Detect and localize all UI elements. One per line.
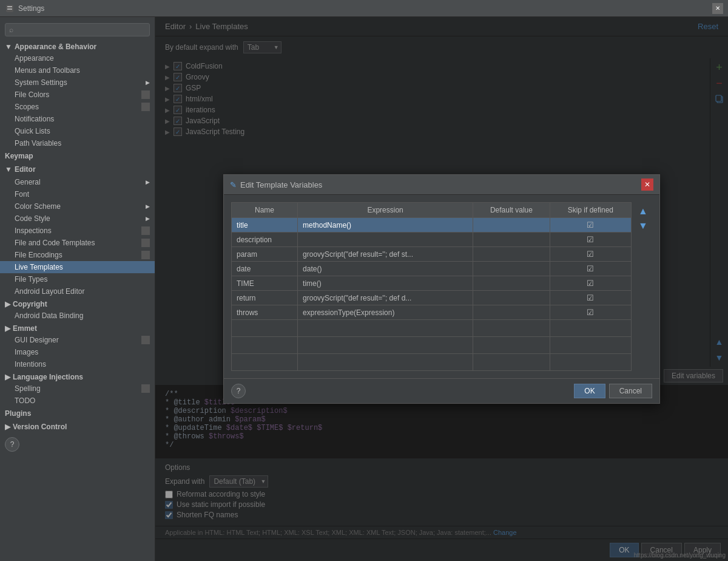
table-row-throws[interactable]: throws expressionType(Expression) ☑ [232,305,632,320]
sidebar-item-file-colors[interactable]: File Colors [0,89,155,101]
table-row-date[interactable]: date date() ☑ [232,262,632,276]
chevron-right-icon-li: ▶ [5,373,10,381]
chevron-right-icon-emmet: ▶ [5,324,10,333]
row-desc-default [473,233,550,247]
row-date-default [473,262,550,276]
modal-body: Name Expression Default value Skip if de… [224,195,659,378]
table-up-button[interactable]: ▲ [636,205,650,218]
row-time-expr: time() [298,276,473,291]
chevron-right-icon-cs: ▶ [146,203,150,209]
table-row-param[interactable]: param groovyScript("def result=''; def s… [232,247,632,262]
sidebar-item-notifications[interactable]: Notifications [0,113,155,125]
sidebar-item-font[interactable]: Font [0,188,155,200]
help-button[interactable]: ? [5,437,19,452]
row-date-expr: date() [298,262,473,276]
sidebar-group-emmet[interactable]: ▶ Emmet [0,322,155,334]
row-param-skip[interactable]: ☑ [550,247,631,262]
chevron-right-icon: ▶ [146,80,150,86]
sidebar-group-editor[interactable]: ▼ Editor [0,163,155,176]
table-row-description[interactable]: description ☑ [232,233,632,247]
row-time-name: TIME [232,276,298,291]
sidebar-item-file-types[interactable]: File Types [0,273,155,285]
sidebar-item-intentions[interactable]: Intentions [0,358,155,370]
sidebar-item-gui-designer[interactable]: GUI Designer [0,334,155,346]
sidebar-item-live-templates[interactable]: Live Templates [0,261,155,273]
table-down-button[interactable]: ▼ [636,219,650,233]
sidebar-group-appearance-behavior[interactable]: ▼ Appearance & Behavior [0,40,155,52]
modal-title: ✎ Edit Template Variables [230,180,322,189]
sidebar-group-copyright[interactable]: ▶ Copyright [0,298,155,310]
row-date-skip[interactable]: ☑ [550,262,631,276]
row-return-skip[interactable]: ☑ [550,291,631,305]
sidebar-group-version-control[interactable]: ▶ Version Control [0,420,155,432]
table-row-return[interactable]: return groovyScript("def result=''; def … [232,291,632,305]
modal-close-button[interactable]: ✕ [641,178,653,191]
row-throws-skip[interactable]: ☑ [550,305,631,320]
col-name: Name [232,203,298,218]
col-default: Default value [473,203,550,218]
modal-bottom: ? OK Cancel [224,378,659,403]
row-param-name: param [232,247,298,262]
edit-template-variables-modal: ✎ Edit Template Variables ✕ Name Express… [223,174,660,404]
row-throws-default [473,305,550,320]
row-throws-name: throws [232,305,298,320]
sidebar-item-system-settings[interactable]: System Settings▶ [0,76,155,89]
sidebar-item-menus-toolbars[interactable]: Menus and Toolbars [0,64,155,76]
fct-badge [141,239,150,247]
sidebar-group-keymap[interactable]: Keymap [0,149,155,163]
sidebar-item-android-data-binding[interactable]: Android Data Binding [0,310,155,322]
file-colors-badge [141,90,150,99]
table-row-empty-2 [232,337,632,354]
search-box[interactable]: ⌕ [5,23,150,36]
search-input[interactable] [16,25,146,34]
modal-header: ✎ Edit Template Variables ✕ [224,175,659,195]
row-return-name: return [232,291,298,305]
main-layout: ⌕ ▼ Appearance & Behavior Appearance Men… [0,17,728,561]
row-desc-skip[interactable]: ☑ [550,233,631,247]
sidebar-item-spelling[interactable]: Spelling [0,382,155,395]
row-desc-name: description [232,233,298,247]
spelling-badge [141,384,150,393]
sidebar-item-inspections[interactable]: Inspections [0,225,155,237]
sidebar-item-scopes[interactable]: Scopes [0,101,155,113]
modal-title-text: Edit Template Variables [240,180,322,189]
modal-buttons: OK Cancel [574,384,652,398]
modal-icon: ✎ [230,180,237,189]
modal-ok-button[interactable]: OK [574,384,605,398]
chevron-down-icon-editor: ▼ [5,165,12,174]
row-param-expr: groovyScript("def result=''; def st... [298,247,473,262]
row-time-skip[interactable]: ☑ [550,276,631,291]
sidebar-group-plugins[interactable]: Plugins [0,407,155,420]
chevron-down-icon: ▼ [5,42,12,51]
variables-table: Name Expression Default value Skip if de… [231,202,632,371]
sidebar-item-appearance[interactable]: Appearance [0,52,155,64]
sidebar-item-general[interactable]: General▶ [0,176,155,188]
col-expression: Expression [298,203,473,218]
modal-cancel-button[interactable]: Cancel [609,384,652,398]
sidebar-item-code-style[interactable]: Code Style▶ [0,212,155,225]
chevron-right-icon-vc: ▶ [5,423,10,431]
sidebar: ⌕ ▼ Appearance & Behavior Appearance Men… [0,17,155,561]
table-row-empty-1 [232,320,632,337]
sidebar-item-quick-lists[interactable]: Quick Lists [0,125,155,137]
row-date-name: date [232,262,298,276]
sidebar-item-path-variables[interactable]: Path Variables [0,137,155,149]
sidebar-item-file-code-templates[interactable]: File and Code Templates [0,237,155,249]
close-window-button[interactable]: ✕ [712,3,723,14]
svg-rect-1 [7,6,12,7]
modal-help-button[interactable]: ? [231,384,246,398]
table-row-time[interactable]: TIME time() ☑ [232,276,632,291]
inspections-badge [141,226,150,235]
sidebar-group-lang-injections[interactable]: ▶ Language Injections [0,370,155,382]
chevron-right-icon-general: ▶ [146,179,150,185]
sidebar-item-todo[interactable]: TODO [0,395,155,407]
title-bar: Settings ✕ [0,0,728,17]
sidebar-item-file-encodings[interactable]: File Encodings [0,249,155,261]
table-row-title[interactable]: title methodName() ☑ [232,218,632,233]
row-param-default [473,247,550,262]
sidebar-item-images[interactable]: Images [0,346,155,358]
row-title-skip[interactable]: ☑ [550,218,631,233]
sidebar-item-color-scheme[interactable]: Color Scheme▶ [0,200,155,212]
app-icon [5,4,15,13]
sidebar-item-android-layout[interactable]: Android Layout Editor [0,285,155,298]
